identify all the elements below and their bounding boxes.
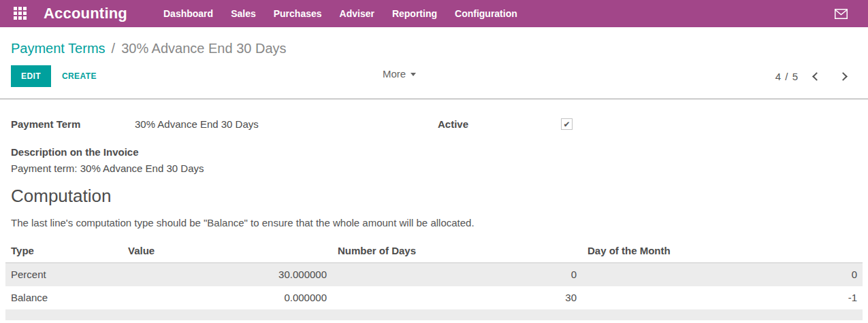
cell-day-of-month[interactable]: 0 xyxy=(582,263,863,286)
cell-value[interactable]: 30.000000 xyxy=(123,263,332,286)
more-dropdown[interactable]: More xyxy=(383,68,416,80)
table-partial-row xyxy=(5,309,863,320)
computation-heading: Computation xyxy=(11,186,857,207)
record-pager: 4 / 5 xyxy=(775,71,846,82)
nav-item-dashboard[interactable]: Dashboard xyxy=(155,0,222,27)
pager-count: 4 / 5 xyxy=(775,71,799,82)
form-sheet: Payment Term 30% Advance End 30 Days Act… xyxy=(0,99,868,228)
table-row[interactable]: Percent 30.000000 0 0 xyxy=(5,263,863,286)
more-dropdown-label: More xyxy=(383,68,406,80)
apps-grid-icon[interactable] xyxy=(14,7,27,20)
chevron-down-icon xyxy=(411,73,416,76)
breadcrumb: Payment Terms / 30% Advance End 30 Days xyxy=(0,27,868,56)
column-header-type[interactable]: Type xyxy=(5,241,123,263)
pager-next-icon[interactable] xyxy=(839,72,848,81)
cell-day-of-month[interactable]: -1 xyxy=(582,286,863,309)
payment-term-row: Payment Term 30% Advance End 30 Days Act… xyxy=(11,118,857,130)
edit-button[interactable]: EDIT xyxy=(11,65,51,87)
top-navbar: Accounting Dashboard Sales Purchases Adv… xyxy=(0,0,868,27)
computation-table: Type Value Number of Days Day of the Mon… xyxy=(5,241,863,309)
cell-number-of-days[interactable]: 30 xyxy=(332,286,582,309)
cell-type[interactable]: Percent xyxy=(5,263,123,286)
breadcrumb-current-record: 30% Advance End 30 Days xyxy=(121,41,286,56)
table-header-row: Type Value Number of Days Day of the Mon… xyxy=(5,241,863,263)
column-header-day-of-month[interactable]: Day of the Month xyxy=(582,241,863,263)
invoice-description-block: Description on the Invoice Payment term:… xyxy=(11,146,857,174)
app-brand-title[interactable]: Accounting xyxy=(44,5,127,22)
nav-item-purchases[interactable]: Purchases xyxy=(265,0,331,27)
main-menu: Dashboard Sales Purchases Adviser Report… xyxy=(155,0,526,27)
breadcrumb-payment-terms-link[interactable]: Payment Terms xyxy=(11,41,106,56)
pager-previous-icon[interactable] xyxy=(812,72,821,81)
cell-number-of-days[interactable]: 0 xyxy=(332,263,582,286)
breadcrumb-separator: / xyxy=(112,41,116,56)
cell-type[interactable]: Balance xyxy=(5,286,123,309)
computation-note: The last line's computation type should … xyxy=(11,217,857,228)
invoice-description-value: Payment term: 30% Advance End 30 Days xyxy=(11,163,857,174)
nav-item-sales[interactable]: Sales xyxy=(222,0,265,27)
create-button[interactable]: CREATE xyxy=(62,71,97,81)
nav-item-configuration[interactable]: Configuration xyxy=(446,0,526,27)
payment-term-label: Payment Term xyxy=(11,118,135,130)
active-checkbox[interactable]: ✔ xyxy=(561,118,573,130)
active-label: Active xyxy=(438,118,561,130)
action-bar: EDIT CREATE More 4 / 5 xyxy=(0,65,868,87)
cell-value[interactable]: 0.000000 xyxy=(123,286,332,309)
nav-item-adviser[interactable]: Adviser xyxy=(331,0,383,27)
table-row[interactable]: Balance 0.000000 30 -1 xyxy=(5,286,863,309)
messages-envelope-icon[interactable] xyxy=(835,9,848,19)
column-header-value[interactable]: Value xyxy=(123,241,332,263)
column-header-number-of-days[interactable]: Number of Days xyxy=(332,241,582,263)
invoice-description-label: Description on the Invoice xyxy=(11,146,857,158)
nav-item-reporting[interactable]: Reporting xyxy=(383,0,446,27)
payment-term-value: 30% Advance End 30 Days xyxy=(135,118,438,130)
